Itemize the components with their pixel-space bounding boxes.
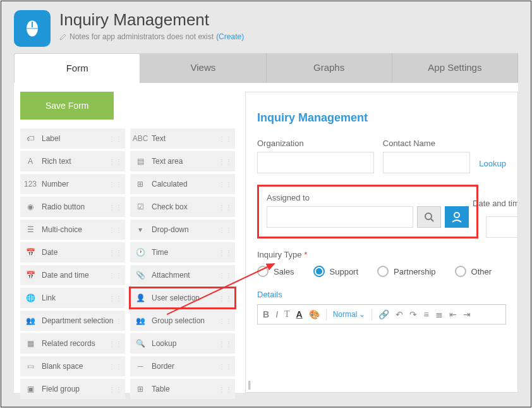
text-color-button[interactable]: A bbox=[296, 309, 303, 319]
resize-handle[interactable]: || bbox=[248, 380, 250, 390]
drag-grip-icon: ⋮⋮ bbox=[219, 340, 233, 347]
drag-grip-icon: ⋮⋮ bbox=[219, 386, 233, 393]
drag-grip-icon: ⋮⋮ bbox=[219, 363, 233, 370]
app-title: Inquiry Management bbox=[59, 10, 244, 30]
field-type-blank-space[interactable]: ▭Blank space⋮⋮ bbox=[20, 356, 125, 376]
drag-grip-icon: ⋮⋮ bbox=[109, 295, 123, 302]
field-icon: 📎 bbox=[134, 269, 147, 281]
field-type-calculated[interactable]: ⊞Calculated⋮⋮ bbox=[130, 174, 235, 194]
user-picker-button[interactable] bbox=[445, 206, 469, 228]
link-button[interactable]: 🔗 bbox=[378, 309, 389, 319]
search-button[interactable] bbox=[417, 206, 441, 228]
create-link[interactable]: (Create) bbox=[216, 32, 244, 41]
tab-settings[interactable]: App Settings bbox=[392, 53, 518, 82]
drag-grip-icon: ⋮⋮ bbox=[219, 295, 233, 302]
field-type-multi-choice[interactable]: ☰Multi-choice⋮⋮ bbox=[20, 219, 125, 240]
field-label: User selection bbox=[152, 294, 200, 302]
field-type-department-selection[interactable]: 👥Department selection⋮⋮ bbox=[20, 311, 125, 331]
tab-form[interactable]: Form bbox=[14, 53, 140, 83]
field-label: Time bbox=[152, 248, 168, 257]
drag-grip-icon: ⋮⋮ bbox=[109, 135, 123, 142]
field-icon: 🌐 bbox=[24, 292, 37, 304]
redo-button[interactable]: ↷ bbox=[409, 309, 417, 319]
field-type-user-selection[interactable]: 👤User selection⋮⋮ bbox=[130, 288, 235, 308]
field-type-time[interactable]: 🕐Time⋮⋮ bbox=[130, 242, 235, 263]
contact-name-label: Contact Name bbox=[383, 139, 471, 148]
field-icon: 📅 bbox=[24, 246, 37, 259]
field-icon: ☑ bbox=[134, 201, 147, 213]
field-type-date[interactable]: 📅Date⋮⋮ bbox=[20, 242, 125, 263]
field-icon: ▾ bbox=[134, 223, 147, 236]
field-label: Number bbox=[42, 180, 69, 189]
drag-grip-icon: ⋮⋮ bbox=[109, 318, 123, 325]
field-label: Related records bbox=[42, 339, 95, 348]
field-type-label[interactable]: 🏷Label⋮⋮ bbox=[20, 128, 125, 149]
organization-input[interactable] bbox=[257, 152, 374, 173]
field-label: Link bbox=[42, 294, 56, 302]
field-type-date-and-time[interactable]: 📅Date and time⋮⋮ bbox=[20, 265, 125, 285]
field-type-check-box[interactable]: ☑Check box⋮⋮ bbox=[130, 197, 235, 217]
field-icon: ◉ bbox=[24, 201, 37, 213]
field-type-text[interactable]: ABCText⋮⋮ bbox=[130, 128, 235, 149]
field-label: Lookup bbox=[152, 339, 176, 348]
date-time-input[interactable] bbox=[486, 216, 517, 238]
field-icon: 👤 bbox=[134, 292, 147, 304]
field-type-attachment[interactable]: 📎Attachment⋮⋮ bbox=[130, 265, 235, 285]
field-label: Radio button bbox=[42, 202, 85, 211]
field-type-border[interactable]: ─Border⋮⋮ bbox=[130, 356, 235, 376]
drag-grip-icon: ⋮⋮ bbox=[219, 318, 233, 325]
list-ul-button[interactable]: ≡ bbox=[423, 309, 428, 319]
indent-button[interactable]: ⇥ bbox=[463, 309, 471, 319]
assigned-to-label: Assigned to bbox=[267, 193, 469, 202]
radio-other[interactable]: Other bbox=[455, 266, 492, 277]
text-size-button[interactable]: T bbox=[284, 309, 290, 319]
tab-views[interactable]: Views bbox=[140, 53, 266, 82]
field-icon: ▭ bbox=[24, 360, 37, 373]
form-canvas: Inquiry Management Organization Contact … bbox=[245, 92, 518, 393]
drag-grip-icon: ⋮⋮ bbox=[109, 226, 123, 233]
field-type-rich-text[interactable]: ARich text⋮⋮ bbox=[20, 151, 125, 171]
field-type-number[interactable]: 123Number⋮⋮ bbox=[20, 174, 125, 194]
radio-partnership[interactable]: Partnership bbox=[377, 266, 435, 277]
field-type-radio-button[interactable]: ◉Radio button⋮⋮ bbox=[20, 197, 125, 217]
assigned-to-input[interactable] bbox=[267, 206, 413, 228]
field-type-text-area[interactable]: ▤Text area⋮⋮ bbox=[130, 151, 235, 171]
field-type-drop-down[interactable]: ▾Drop-down⋮⋮ bbox=[130, 219, 235, 240]
field-label: Field group bbox=[42, 385, 80, 393]
svg-point-4 bbox=[454, 213, 459, 218]
undo-button[interactable]: ↶ bbox=[396, 309, 403, 319]
field-icon: ▦ bbox=[24, 337, 37, 350]
drag-grip-icon: ⋮⋮ bbox=[109, 249, 123, 256]
lookup-link[interactable]: Lookup bbox=[479, 159, 506, 173]
save-form-button[interactable]: Save Form bbox=[20, 92, 114, 120]
field-type-group-selection[interactable]: 👥Group selection⋮⋮ bbox=[130, 311, 235, 331]
field-type-field-group[interactable]: ▣Field group⋮⋮ bbox=[20, 379, 125, 399]
list-ol-button[interactable]: ≣ bbox=[435, 309, 443, 319]
outdent-button[interactable]: ⇤ bbox=[449, 309, 457, 319]
field-label: Date and time bbox=[42, 271, 89, 280]
assigned-to-field-highlight: Assigned to bbox=[257, 185, 478, 238]
form-title: Inquiry Management bbox=[257, 111, 506, 125]
field-icon: A bbox=[24, 155, 37, 168]
tab-graphs[interactable]: Graphs bbox=[267, 53, 392, 82]
field-palette: Save Form 🏷Label⋮⋮ABCText⋮⋮ARich text⋮⋮▤… bbox=[14, 83, 241, 393]
radio-sales[interactable]: Sales bbox=[257, 266, 294, 277]
user-icon bbox=[450, 211, 463, 223]
field-icon: ABC bbox=[134, 132, 147, 145]
format-dropdown[interactable]: Normal ⌄ bbox=[333, 310, 366, 319]
bold-button[interactable]: B bbox=[263, 309, 269, 319]
field-type-lookup[interactable]: 🔍Lookup⋮⋮ bbox=[130, 333, 235, 354]
italic-button[interactable]: I bbox=[275, 309, 278, 319]
field-type-table[interactable]: ⊞Table⋮⋮ bbox=[130, 379, 235, 399]
field-type-related-records[interactable]: ▦Related records⋮⋮ bbox=[20, 333, 125, 354]
palette-button[interactable]: 🎨 bbox=[309, 309, 320, 319]
field-label: Calculated bbox=[152, 180, 188, 189]
radio-support[interactable]: Support bbox=[313, 266, 359, 277]
field-label: Attachment bbox=[152, 271, 190, 280]
field-label: Group selection bbox=[152, 316, 205, 325]
field-type-link[interactable]: 🌐Link⋮⋮ bbox=[20, 288, 125, 308]
drag-grip-icon: ⋮⋮ bbox=[109, 340, 123, 347]
tabs: Form Views Graphs App Settings bbox=[14, 53, 518, 83]
contact-name-input[interactable] bbox=[383, 152, 471, 173]
field-label: Rich text bbox=[42, 157, 71, 166]
